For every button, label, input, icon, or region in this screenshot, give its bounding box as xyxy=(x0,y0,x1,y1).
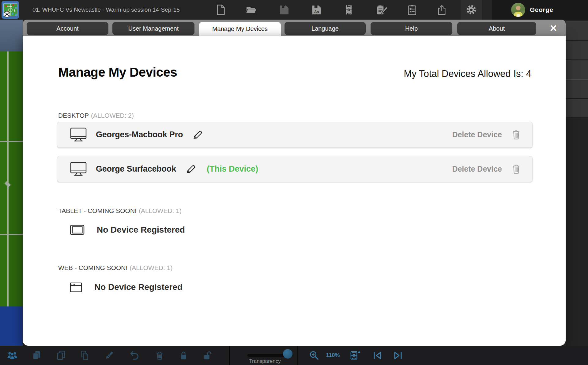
panel-row xyxy=(566,41,588,60)
toolbar-divider xyxy=(297,346,298,365)
tablet-empty-row: No Device Registered xyxy=(70,221,185,238)
no-device-registered: No Device Registered xyxy=(94,282,183,292)
app-window: 01. WHUFC Vs Newcastle - Warm-up session… xyxy=(0,0,588,365)
section-allowed-count: (ALLOWED: 1) xyxy=(139,207,182,214)
section-allowed-count: (ALLOWED: 2) xyxy=(91,112,134,119)
copy-outline-icon[interactable] xyxy=(54,346,68,365)
section-name: TABLET - COMING SOON! xyxy=(58,207,137,214)
device-name: George Surfacebook xyxy=(96,164,176,174)
pitch-canvas-left xyxy=(0,20,23,346)
brush-icon[interactable] xyxy=(102,346,116,365)
trash-icon xyxy=(511,129,521,140)
delete-device-button[interactable]: Delete Device xyxy=(452,130,502,139)
panel-row xyxy=(566,79,588,99)
team-icon[interactable] xyxy=(5,346,19,365)
pitch-touchline xyxy=(7,51,9,306)
svg-text:As: As xyxy=(314,10,319,14)
tactics-board-icon xyxy=(3,2,18,17)
section-name: WEB - COMING SOON! xyxy=(58,264,127,271)
tab-about[interactable]: About xyxy=(457,22,536,35)
zoom-level: 110% xyxy=(323,346,343,365)
open-file-icon[interactable] xyxy=(245,0,258,20)
bottom-toolbar: Transparency 110% xyxy=(0,346,588,365)
session-plan-icon[interactable] xyxy=(406,0,418,20)
skip-back-icon[interactable] xyxy=(371,346,385,365)
pitch-line-bottom xyxy=(0,234,23,235)
session-notes-icon[interactable] xyxy=(375,0,387,20)
tab-account[interactable]: Account xyxy=(27,22,108,35)
edit-pencil-icon xyxy=(185,164,196,175)
toolbar-divider xyxy=(229,346,230,365)
settings-gear-icon[interactable] xyxy=(461,0,482,20)
section-label-desktop: DESKTOP(ALLOWED: 2) xyxy=(58,112,134,119)
edit-device-button[interactable] xyxy=(185,164,196,175)
edit-pencil-icon xyxy=(192,129,203,140)
panel-row xyxy=(566,21,588,41)
section-label-web: WEB - COMING SOON!(ALLOWED: 1) xyxy=(58,264,172,272)
pitch-center-marker xyxy=(5,181,11,188)
new-file-icon[interactable] xyxy=(215,0,227,20)
tab-manage-my-devices[interactable]: Manage My Devices xyxy=(199,22,281,36)
tab-user-management[interactable]: User Management xyxy=(112,22,194,35)
pitch-line-top xyxy=(0,141,23,142)
section-allowed-count: (ALLOWED: 1) xyxy=(130,264,172,271)
tab-language[interactable]: Language xyxy=(285,22,366,35)
document-title: 01. WHUFC Vs Newcastle - Warm-up session… xyxy=(32,0,180,20)
stadium-backdrop xyxy=(0,20,23,51)
paste-page-icon[interactable] xyxy=(78,346,92,365)
section-name: DESKTOP xyxy=(58,112,89,119)
zoom-in-icon[interactable] xyxy=(307,346,321,365)
user-name: George xyxy=(530,6,553,13)
no-device-registered: No Device Registered xyxy=(97,225,185,235)
panel-row xyxy=(566,60,588,79)
desktop-icon xyxy=(70,162,87,177)
page-title: Manage My Devices xyxy=(58,65,177,80)
copy-icon[interactable] xyxy=(30,346,44,365)
this-device-badge: (This Device) xyxy=(207,164,258,174)
tab-help[interactable]: Help xyxy=(371,22,452,35)
avatar-photo xyxy=(511,3,525,17)
pitch-surround xyxy=(0,306,23,346)
tablet-icon xyxy=(70,225,85,235)
save-icon[interactable] xyxy=(278,0,290,20)
title-bar: 01. WHUFC Vs Newcastle - Warm-up session… xyxy=(0,0,588,20)
save-as-icon[interactable]: As xyxy=(310,0,322,20)
delete-trash-button[interactable] xyxy=(511,164,521,174)
delete-trash-icon[interactable] xyxy=(153,346,167,365)
pitch-select-icon[interactable] xyxy=(348,346,362,365)
user-avatar[interactable] xyxy=(511,3,525,17)
share-icon[interactable] xyxy=(436,0,448,20)
web-empty-row: No Device Registered xyxy=(70,279,183,296)
device-row-surfacebook: George Surfacebook (This Device) Delete … xyxy=(57,156,533,182)
delete-trash-button[interactable] xyxy=(511,129,521,140)
transparency-slider-knob[interactable] xyxy=(283,349,292,359)
web-browser-icon xyxy=(70,282,82,293)
close-icon[interactable]: ✕ xyxy=(547,22,560,34)
undo-icon[interactable] xyxy=(127,346,141,365)
pitch-grass xyxy=(0,51,23,306)
edit-device-button[interactable] xyxy=(192,129,203,140)
lock-closed-icon[interactable] xyxy=(176,346,190,365)
device-row-macbook: Georges-Macbook Pro Delete Device xyxy=(57,122,533,148)
lock-open-icon[interactable] xyxy=(201,346,215,365)
save-pitch-icon[interactable] xyxy=(343,0,355,20)
side-panel-right xyxy=(566,20,588,346)
delete-device-button[interactable]: Delete Device xyxy=(452,165,502,173)
total-devices-allowed: My Total Devices Allowed Is: 4 xyxy=(404,68,531,79)
app-logo-icon[interactable] xyxy=(2,1,19,19)
panel-row xyxy=(566,99,588,118)
section-label-tablet: TABLET - COMING SOON!(ALLOWED: 1) xyxy=(58,207,182,215)
transparency-label: Transparency xyxy=(234,358,296,364)
skip-forward-icon[interactable] xyxy=(391,346,405,365)
settings-tab-strip: Account User Management Manage My Device… xyxy=(23,20,566,36)
desktop-icon xyxy=(70,127,87,142)
manage-devices-panel: Manage My Devices My Total Devices Allow… xyxy=(23,36,566,346)
device-name: Georges-Macbook Pro xyxy=(96,130,183,139)
trash-icon xyxy=(511,164,521,174)
user-account-area[interactable]: George xyxy=(492,0,588,20)
